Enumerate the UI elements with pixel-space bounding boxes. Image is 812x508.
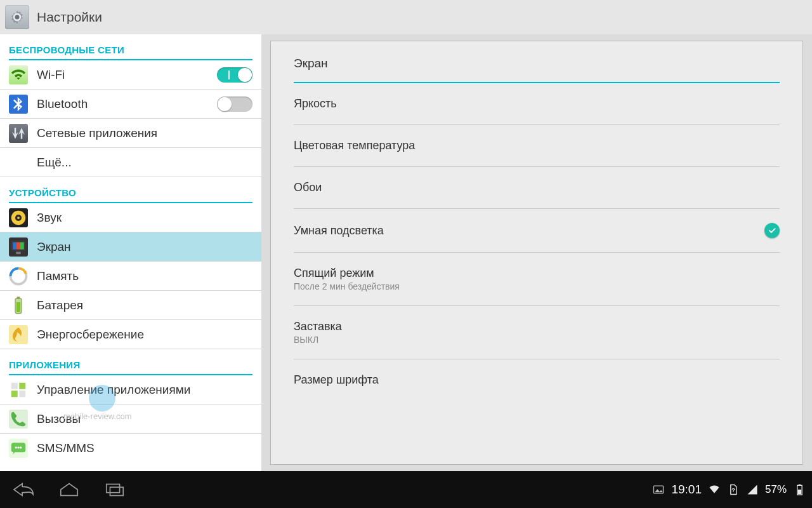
option-sleep[interactable]: Спящий режим После 2 мин бездействия bbox=[294, 253, 780, 306]
sound-icon bbox=[9, 208, 28, 227]
signal-status-icon bbox=[746, 483, 759, 496]
home-button[interactable] bbox=[52, 479, 86, 500]
sidebar-item-power-saving[interactable]: Энергосбережение bbox=[0, 320, 261, 349]
battery-status-icon bbox=[793, 483, 806, 496]
battery-percent: 57% bbox=[765, 483, 787, 496]
detail-title: Экран bbox=[294, 41, 780, 83]
option-daydream[interactable]: Заставка ВЫКЛ bbox=[294, 306, 780, 359]
svg-rect-16 bbox=[11, 391, 18, 397]
svg-rect-22 bbox=[107, 485, 120, 493]
sidebar-item-network-apps[interactable]: Сетевые приложения bbox=[0, 119, 261, 148]
settings-gear-icon bbox=[5, 5, 29, 29]
option-label: Размер шрифта bbox=[294, 373, 780, 387]
option-wallpaper[interactable]: Обои bbox=[294, 167, 780, 209]
bluetooth-icon bbox=[9, 95, 28, 114]
svg-rect-12 bbox=[17, 297, 20, 299]
navigation-bar: 19:01 ? 57% bbox=[0, 471, 812, 508]
sidebar-item-sms[interactable]: SMS/MMS bbox=[0, 434, 261, 463]
svg-rect-28 bbox=[798, 490, 802, 494]
option-sublabel: После 2 мин бездействия bbox=[294, 281, 780, 291]
network-apps-icon bbox=[9, 124, 28, 143]
recent-apps-button[interactable] bbox=[98, 479, 132, 500]
check-icon[interactable] bbox=[764, 223, 780, 238]
sidebar-item-memory[interactable]: Память bbox=[0, 262, 261, 291]
sidebar-item-more[interactable]: Ещё... bbox=[0, 148, 261, 177]
option-label: Яркость bbox=[294, 97, 780, 110]
status-time: 19:01 bbox=[671, 483, 702, 497]
sidebar-item-battery[interactable]: Батарея bbox=[0, 291, 261, 320]
sidebar-item-label: Экран bbox=[37, 240, 252, 254]
option-label: Спящий режим bbox=[294, 267, 780, 280]
sidebar-item-label: Звук bbox=[37, 211, 252, 225]
sidebar-item-manage-apps[interactable]: Управление приложениями bbox=[0, 375, 261, 404]
sidebar-item-calls[interactable]: Вызовы bbox=[0, 404, 261, 434]
sidebar-item-label: Управление приложениями bbox=[37, 383, 252, 397]
wifi-status-icon bbox=[708, 483, 721, 496]
wifi-toggle[interactable] bbox=[217, 67, 252, 83]
option-smart-backlight[interactable]: Умная подсветка bbox=[294, 209, 780, 253]
back-button[interactable] bbox=[6, 479, 41, 500]
sidebar-item-label: Энергосбережение bbox=[37, 328, 252, 342]
svg-rect-6 bbox=[13, 242, 16, 249]
sidebar-item-label: SMS/MMS bbox=[37, 441, 252, 455]
sidebar-item-label: Память bbox=[37, 269, 252, 283]
wifi-icon bbox=[9, 65, 28, 84]
storage-icon bbox=[9, 267, 28, 286]
svg-rect-9 bbox=[16, 251, 21, 254]
display-icon bbox=[9, 237, 28, 257]
sidebar-item-label: Ещё... bbox=[37, 156, 252, 170]
detail-panel: Экран Яркость Цветовая температура Обои … bbox=[261, 34, 812, 471]
option-brightness[interactable]: Яркость bbox=[294, 83, 780, 125]
svg-point-19 bbox=[15, 446, 17, 448]
titlebar: Настройки bbox=[0, 0, 812, 34]
sidebar-item-sound[interactable]: Звук bbox=[0, 203, 261, 232]
sidebar-item-label: Вызовы bbox=[37, 412, 252, 426]
svg-rect-13 bbox=[16, 302, 20, 312]
gallery-notification-icon[interactable] bbox=[652, 483, 665, 496]
sidebar-item-bluetooth[interactable]: Bluetooth bbox=[0, 90, 261, 119]
sidebar-item-label: Bluetooth bbox=[37, 97, 217, 111]
section-header-wireless: БЕСПРОВОДНЫЕ СЕТИ bbox=[0, 34, 261, 59]
svg-point-4 bbox=[17, 217, 20, 219]
phone-icon bbox=[9, 410, 28, 429]
section-header-device: УСТРОЙСТВО bbox=[0, 177, 261, 202]
option-label: Заставка bbox=[294, 320, 780, 333]
sidebar-item-label: Батарея bbox=[37, 298, 252, 312]
svg-point-20 bbox=[17, 446, 19, 448]
app-title: Настройки bbox=[37, 10, 102, 25]
svg-rect-15 bbox=[19, 382, 25, 389]
svg-text:?: ? bbox=[731, 487, 735, 493]
section-header-apps: ПРИЛОЖЕНИЯ bbox=[0, 349, 261, 374]
option-color-temp[interactable]: Цветовая температура bbox=[294, 125, 780, 167]
sidebar-item-label: Wi-Fi bbox=[37, 68, 217, 82]
battery-icon bbox=[9, 296, 28, 315]
apps-icon bbox=[9, 380, 28, 399]
sidebar-item-wifi[interactable]: Wi-Fi bbox=[0, 60, 261, 90]
settings-sidebar: БЕСПРОВОДНЫЕ СЕТИ Wi-Fi Bluetooth Сетевы… bbox=[0, 34, 261, 471]
option-label: Умная подсветка bbox=[294, 224, 764, 237]
svg-rect-27 bbox=[799, 485, 801, 486]
svg-point-21 bbox=[20, 446, 22, 448]
option-sublabel: ВЫКЛ bbox=[294, 335, 780, 345]
power-saving-icon bbox=[9, 325, 28, 344]
option-font-size[interactable]: Размер шрифта bbox=[294, 359, 780, 401]
bluetooth-toggle[interactable] bbox=[217, 97, 252, 112]
option-label: Цветовая температура bbox=[294, 139, 780, 152]
sms-icon bbox=[9, 439, 28, 458]
option-label: Обои bbox=[294, 181, 780, 194]
svg-rect-17 bbox=[19, 391, 25, 397]
svg-rect-14 bbox=[11, 382, 18, 389]
sim-status-icon: ? bbox=[727, 483, 740, 496]
svg-rect-8 bbox=[20, 242, 24, 249]
svg-rect-23 bbox=[110, 487, 123, 495]
sidebar-item-label: Сетевые приложения bbox=[37, 126, 252, 140]
sidebar-item-display[interactable]: Экран bbox=[0, 232, 261, 262]
svg-rect-7 bbox=[16, 242, 20, 249]
